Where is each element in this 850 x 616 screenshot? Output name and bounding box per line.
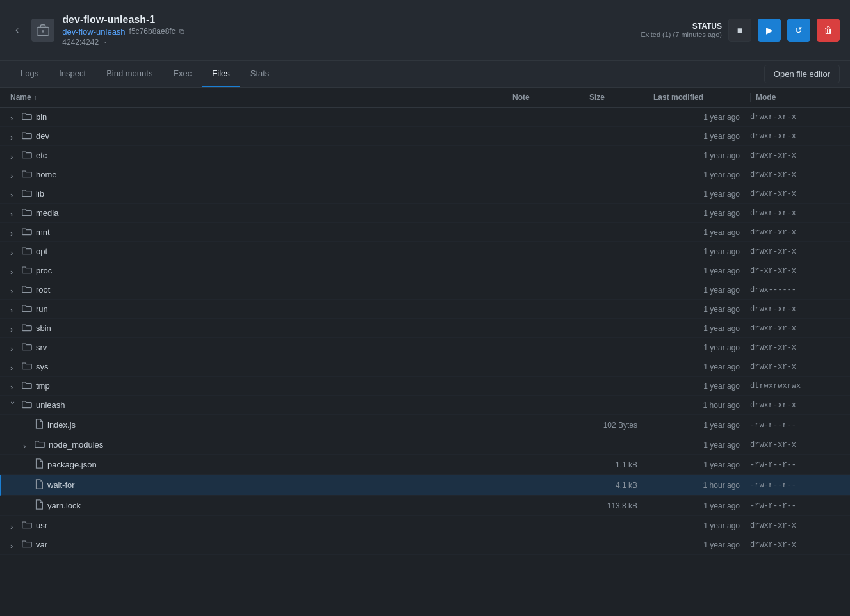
header-name: Name ↑ [10,93,507,102]
file-name: proc [36,266,52,275]
last-modified-cell: 1 year ago [648,441,750,450]
table-row[interactable]: › node_modules 1 year ago drwxr-xr-x [0,435,850,455]
chevron-right-icon: › [10,152,18,159]
table-row[interactable]: › bin 1 year ago drwxr-xr-x [0,108,850,127]
last-modified-cell: 1 year ago [648,362,750,371]
tab-exec[interactable]: Exec [163,61,202,87]
table-row[interactable]: › dev 1 year ago drwxr-xr-x [0,127,850,146]
file-icon [35,499,44,512]
table-row[interactable]: › sys 1 year ago drwxr-xr-x [0,357,850,377]
table-row[interactable]: › root 1 year ago drwx------ [0,280,850,300]
file-name: srv [36,343,47,352]
file-name: root [36,285,50,295]
chevron-right-icon: › [10,363,18,371]
status-area: STATUS Exited (1) (7 minutes ago) ■ ▶ ↺ … [641,19,840,42]
table-row[interactable]: › opt 1 year ago drwxr-xr-x [0,242,850,261]
mode-cell: drwxr-xr-x [750,343,840,352]
file-name: sys [36,362,49,371]
last-modified-cell: 1 year ago [648,305,750,314]
chevron-right-icon: › [10,382,18,390]
tab-stats[interactable]: Stats [240,61,280,87]
hash-text: f5c76b8ae8fc [129,27,176,36]
file-name: lib [36,189,44,199]
play-button[interactable]: ▶ [758,19,781,42]
mode-cell: dtrwxrwxrwx [750,382,840,391]
tab-files[interactable]: Files [202,61,240,87]
size-cell: 4.1 kB [584,481,648,490]
file-icon [35,479,44,491]
mode-cell: drwxr-xr-x [750,305,840,314]
table-row[interactable]: › media 1 year ago drwxr-xr-x [0,204,850,223]
container-meta: dev-flow-unleash f5c76b8ae8fc ⧉ [62,27,633,36]
tab-logs[interactable]: Logs [10,61,49,87]
folder-icon [22,188,32,199]
trash-icon: 🗑 [824,25,833,35]
header-note: Note [507,93,584,102]
file-name: wait-for [47,480,75,490]
table-row[interactable]: › lib 1 year ago drwxr-xr-x [0,184,850,204]
folder-icon [22,539,32,550]
size-cell: 113.8 kB [584,501,648,510]
last-modified-cell: 1 year ago [648,501,750,510]
folder-icon [22,380,32,391]
last-modified-cell: 1 year ago [648,324,750,333]
last-modified-cell: 1 hour ago [648,481,750,490]
folder-icon [22,207,32,218]
last-modified-cell: 1 year ago [648,521,750,530]
chevron-right-icon: › [10,286,18,294]
table-row[interactable]: package.json 1.1 kB 1 year ago -rw-r--r-… [0,455,850,475]
file-name: sbin [36,323,51,333]
mode-cell: drwxr-xr-x [750,401,840,410]
table-row[interactable]: › sbin 1 year ago drwxr-xr-x [0,319,850,338]
table-row[interactable]: › usr 1 year ago drwxr-xr-x [0,516,850,535]
folder-icon [22,304,32,314]
delete-button[interactable]: 🗑 [817,19,840,42]
mode-cell: drwxr-xr-x [750,324,840,333]
table-row[interactable]: yarn.lock 113.8 kB 1 year ago -rw-r--r-- [0,496,850,516]
mode-cell: -rw-r--r-- [750,501,840,510]
container-link[interactable]: dev-flow-unleash [62,27,125,36]
file-name: index.js [47,420,76,430]
mode-cell: drwxr-xr-x [750,441,840,450]
table-row[interactable]: › home 1 year ago drwxr-xr-x [0,165,850,184]
open-file-editor-button[interactable]: Open file editor [764,65,840,83]
file-name: unleash [36,400,65,410]
file-name: mnt [36,227,50,237]
table-row[interactable]: wait-for 4.1 kB 1 hour ago -rw-r--r-- [0,475,850,496]
last-modified-cell: 1 year ago [648,113,750,122]
table-row[interactable]: index.js 102 Bytes 1 year ago -rw-r--r-- [0,415,850,435]
tabs-bar: Logs Inspect Bind mounts Exec Files Stat… [0,61,850,88]
header: ‹ dev-flow-unleash-1 dev-flow-unleash f5… [0,0,850,61]
tab-inspect[interactable]: Inspect [49,61,96,87]
folder-icon [22,323,32,334]
table-row[interactable]: › run 1 year ago drwxr-xr-x [0,300,850,319]
table-row[interactable]: › mnt 1 year ago drwxr-xr-x [0,223,850,242]
last-modified-cell: 1 year ago [648,151,750,160]
port-mapping: 4242:4242 ⬝ [62,38,633,47]
file-name: opt [36,247,47,256]
table-row[interactable]: › unleash 1 hour ago drwxr-xr-x [0,396,850,415]
folder-icon [22,361,32,372]
tab-bind-mounts[interactable]: Bind mounts [96,61,163,87]
table-row[interactable]: › proc 1 year ago dr-xr-xr-x [0,261,850,280]
copy-hash-icon[interactable]: ⧉ [179,28,184,36]
folder-icon [35,439,45,450]
folder-icon [22,246,32,257]
refresh-icon: ↺ [795,25,803,35]
file-name: node_modules [49,440,103,450]
file-browser: Name ↑ Note Size Last modified Mode › bi… [0,88,850,611]
table-row[interactable]: › var 1 year ago drwxr-xr-x [0,535,850,555]
last-modified-cell: 1 year ago [648,460,750,469]
external-link-icon[interactable]: ⬝ [103,38,108,46]
table-row[interactable]: › etc 1 year ago drwxr-xr-x [0,146,850,165]
folder-icon [22,400,32,410]
last-modified-cell: 1 year ago [648,266,750,275]
tabs-list: Logs Inspect Bind mounts Exec Files Stat… [10,61,279,87]
file-name: tmp [36,381,50,391]
table-row[interactable]: › tmp 1 year ago dtrwxrwxrwx [0,377,850,396]
stop-button[interactable]: ■ [728,19,751,42]
table-row[interactable]: › srv 1 year ago drwxr-xr-x [0,338,850,357]
file-rows: › bin 1 year ago drwxr-xr-x › dev 1 year… [0,108,850,555]
refresh-button[interactable]: ↺ [787,19,810,42]
back-button[interactable]: ‹ [10,22,24,38]
